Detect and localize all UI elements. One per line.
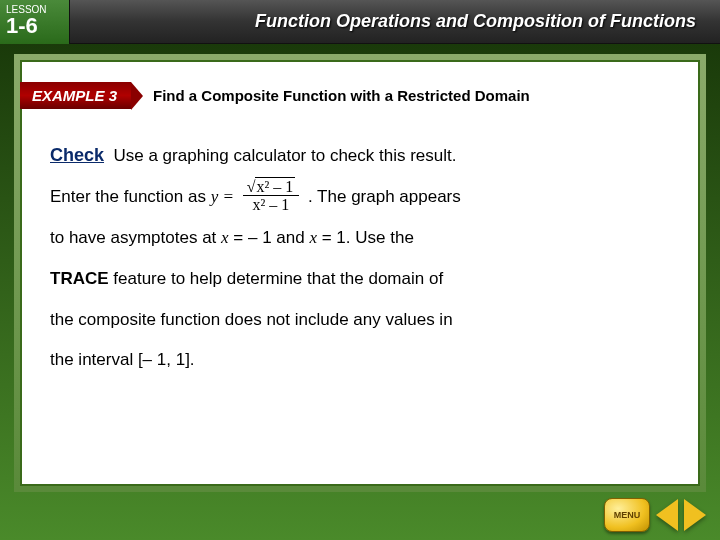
menu-button[interactable]: MENU [604, 498, 650, 532]
line-5: the composite function does not include … [50, 300, 670, 341]
prev-arrow-icon[interactable] [656, 499, 678, 531]
sqrt-icon: x² – 1 [247, 178, 296, 196]
content-area: EXAMPLE 3 Find a Composite Function with… [20, 60, 700, 486]
lesson-number: 1-6 [6, 15, 63, 37]
line-1: Check Use a graphing calculator to check… [50, 134, 670, 177]
line-2: Enter the function as y = x² – 1 x² – 1 … [50, 177, 670, 218]
body-text: Check Use a graphing calculator to check… [50, 134, 670, 381]
example-tab: EXAMPLE 3 [14, 82, 131, 109]
equation-denominator: x² – 1 [243, 196, 300, 214]
equation-numerator: x² – 1 [243, 178, 300, 197]
line-6: the interval [– 1, 1]. [50, 340, 670, 381]
equation-fraction: x² – 1 x² – 1 [243, 178, 300, 214]
line2a: Enter the function as [50, 187, 211, 206]
line-3: to have asymptotes at x = – 1 and x = 1.… [50, 218, 670, 259]
footer-nav: MENU [604, 498, 706, 532]
line1-text: Use a graphing calculator to check this … [113, 146, 456, 165]
example-title: Find a Composite Function with a Restric… [153, 87, 530, 105]
check-label: Check [50, 145, 104, 165]
trace-word: TRACE [50, 269, 109, 288]
lesson-tab: LESSON 1-6 [0, 0, 70, 44]
line-4: TRACE feature to help determine that the… [50, 259, 670, 300]
equation-lhs: y = [211, 187, 234, 206]
header-bar: LESSON 1-6 Function Operations and Compo… [0, 0, 720, 44]
line2b: . The graph appears [308, 187, 461, 206]
example-header: EXAMPLE 3 Find a Composite Function with… [14, 82, 530, 109]
next-arrow-icon[interactable] [684, 499, 706, 531]
page-title: Function Operations and Composition of F… [70, 11, 720, 32]
slide-frame: EXAMPLE 3 Find a Composite Function with… [0, 44, 720, 540]
content-border: EXAMPLE 3 Find a Composite Function with… [14, 54, 706, 492]
